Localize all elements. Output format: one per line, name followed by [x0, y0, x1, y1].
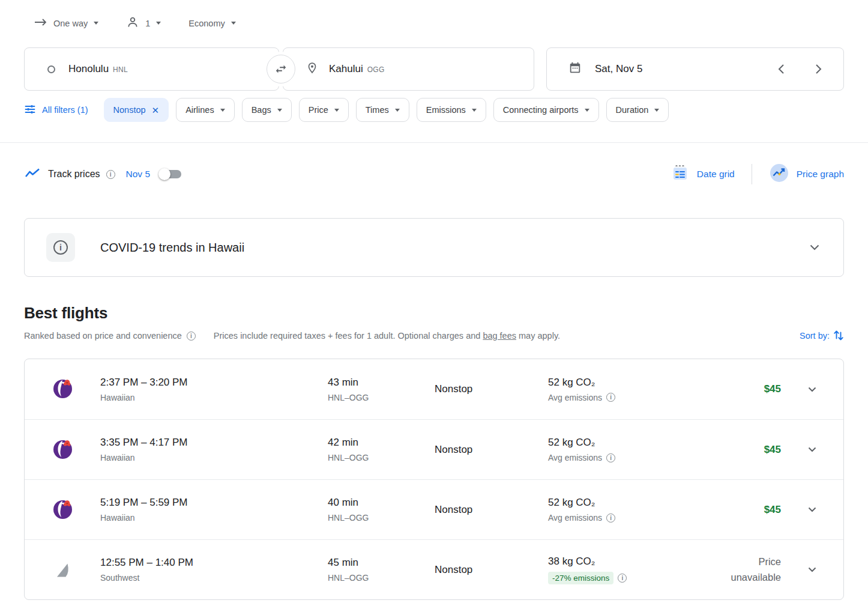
filter-chip-price[interactable]: Price — [299, 98, 349, 122]
filter-chip-connecting-airports[interactable]: Connecting airports — [493, 98, 599, 122]
date-grid-icon — [671, 163, 690, 185]
trip-controls-bar: One way 1 Economy — [34, 16, 868, 31]
filter-chip-airlines[interactable]: Airlines — [176, 98, 235, 122]
flight-times: 2:37 PM – 3:20 PM — [100, 377, 328, 389]
origin-airport-code: HNL — [113, 65, 128, 74]
flight-results-list: 2:37 PM – 3:20 PMHawaiian43 minHNL–OGGNo… — [24, 359, 844, 600]
flight-emissions: 52 kg CO₂ — [548, 437, 724, 449]
flight-times: 5:19 PM – 5:59 PM — [100, 497, 328, 509]
price-graph-icon — [769, 163, 789, 186]
flight-row[interactable]: 5:19 PM – 5:59 PMHawaiian40 minHNL–OGGNo… — [25, 479, 843, 539]
chevron-down-icon — [156, 22, 161, 25]
origin-circle-icon — [47, 65, 55, 73]
cabin-class-label: Economy — [188, 19, 225, 28]
destination-city: Kahului — [329, 63, 363, 74]
chevron-down-icon — [277, 109, 282, 112]
flight-price-unavailable: Priceunavailable — [724, 554, 781, 585]
selected-date: Sat, Nov 5 — [595, 63, 642, 75]
filter-chip-times[interactable]: Times — [356, 98, 409, 122]
chip-label: Airlines — [185, 105, 214, 115]
filter-chip-bags[interactable]: Bags — [242, 98, 292, 122]
sort-by-label: Sort by: — [800, 331, 830, 341]
airline-name: Southwest — [100, 573, 328, 583]
flight-times: 3:35 PM – 4:17 PM — [100, 437, 328, 449]
flight-row[interactable]: 3:35 PM – 4:17 PMHawaiian42 minHNL–OGGNo… — [25, 419, 843, 479]
expand-flight-button[interactable] — [800, 438, 824, 462]
expand-flight-button[interactable] — [800, 558, 824, 582]
filter-bar: All filters (1) Nonstop ✕ AirlinesBagsPr… — [24, 98, 868, 122]
close-icon[interactable]: ✕ — [152, 106, 160, 115]
info-icon[interactable]: i — [618, 574, 627, 583]
flight-price: $45 — [724, 504, 781, 516]
covid-banner[interactable]: i COVID-19 trends in Hawaii — [24, 218, 844, 277]
chevron-down-icon — [231, 22, 236, 25]
previous-date-button[interactable] — [771, 59, 791, 79]
info-icon[interactable]: i — [606, 393, 615, 402]
toggle-knob — [158, 168, 170, 180]
chip-label: Price — [309, 105, 328, 115]
all-filters-button[interactable]: All filters (1) — [24, 103, 97, 117]
track-prices-toggle[interactable] — [161, 170, 181, 178]
flight-row[interactable]: 12:55 PM – 1:40 PMSouthwest45 minHNL–OGG… — [25, 539, 843, 599]
hawaiian-logo — [51, 512, 75, 523]
flight-price: $45 — [724, 383, 781, 395]
track-prices-label: Track prices — [48, 169, 100, 180]
swap-airports-button[interactable] — [267, 55, 295, 83]
flight-stops: Nonstop — [435, 383, 548, 395]
airline-name: Hawaiian — [100, 453, 328, 462]
trip-type-dropdown[interactable]: One way — [34, 18, 98, 28]
sort-arrows-icon — [833, 329, 844, 343]
airline-name: Hawaiian — [100, 513, 328, 523]
search-bar: HonoluluHNL KahuluiOGG Sat, Nov 5 — [24, 47, 844, 91]
chevron-down-icon — [94, 22, 98, 25]
expand-flight-button[interactable] — [800, 377, 824, 401]
chevron-down-icon[interactable] — [810, 242, 819, 253]
flight-duration: 45 min — [328, 557, 435, 569]
chevron-down-icon — [220, 109, 225, 112]
info-icon[interactable]: i — [606, 453, 615, 462]
info-icon[interactable]: i — [187, 332, 196, 341]
chip-label: Connecting airports — [503, 105, 579, 115]
origin-field[interactable]: HonoluluHNL — [24, 47, 279, 91]
airline-name: Hawaiian — [100, 393, 328, 402]
covid-banner-title: COVID-19 trends in Hawaii — [100, 241, 244, 255]
date-grid-label: Date grid — [697, 169, 735, 180]
date-grid-button[interactable]: Date grid — [671, 163, 735, 185]
filter-chip-duration[interactable]: Duration — [606, 98, 669, 122]
price-graph-button[interactable]: Price graph — [769, 163, 844, 186]
chip-label: Bags — [252, 105, 271, 115]
next-date-button[interactable] — [809, 59, 828, 79]
vertical-divider — [752, 164, 752, 184]
flight-emissions: 52 kg CO₂ — [548, 377, 724, 389]
flight-emissions: 38 kg CO₂ — [548, 556, 724, 568]
filter-chip-nonstop-active[interactable]: Nonstop ✕ — [104, 98, 169, 122]
price-graph-label: Price graph — [797, 169, 844, 180]
emissions-badge: -27% emissions — [548, 572, 613, 584]
origin-city: Honolulu — [68, 63, 109, 74]
chevron-down-icon — [472, 109, 477, 112]
flight-price: $45 — [724, 444, 781, 456]
filter-chip-emissions[interactable]: Emissions — [417, 98, 486, 122]
cabin-class-dropdown[interactable]: Economy — [188, 19, 235, 28]
hawaiian-logo — [51, 392, 75, 402]
hawaiian-logo — [51, 452, 75, 462]
chevron-down-icon — [334, 109, 339, 112]
bag-fees-link[interactable]: bag fees — [483, 331, 516, 341]
chevron-down-icon — [654, 109, 659, 112]
flight-row[interactable]: 2:37 PM – 3:20 PMHawaiian43 minHNL–OGGNo… — [25, 359, 843, 419]
info-icon[interactable]: i — [606, 514, 615, 523]
flight-route: HNL–OGG — [328, 573, 435, 583]
one-way-arrow-icon — [34, 18, 47, 28]
info-icon: i — [53, 240, 68, 255]
track-prices-bar: Track prices i Nov 5 Date grid Price gra… — [24, 161, 844, 187]
all-filters-label: All filters (1) — [42, 105, 88, 115]
passengers-dropdown[interactable]: 1 — [126, 16, 161, 31]
expand-flight-button[interactable] — [800, 498, 824, 522]
trending-chart-icon — [24, 166, 41, 183]
info-icon[interactable]: i — [106, 170, 115, 179]
date-field[interactable]: Sat, Nov 5 — [546, 47, 844, 91]
covid-info-icon-box: i — [46, 233, 75, 262]
sort-by-button[interactable]: Sort by: — [800, 329, 844, 343]
destination-field[interactable]: KahuluiOGG — [283, 47, 534, 91]
emissions-note: Avg emissions — [548, 453, 602, 462]
